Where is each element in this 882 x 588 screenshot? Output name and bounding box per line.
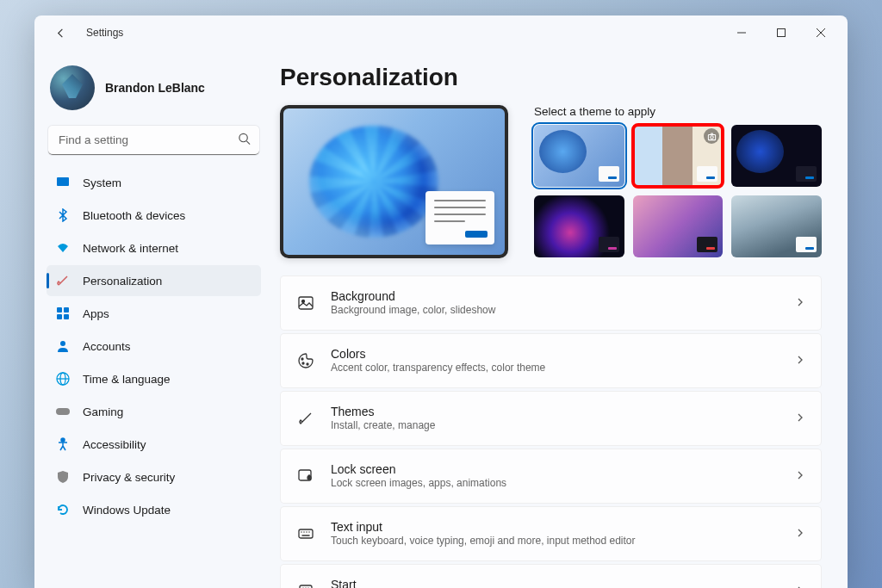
main-content: Personalization Select a theme to apply … xyxy=(271,50,848,588)
close-icon xyxy=(817,28,825,37)
row-text: Start Recent apps and items, folders xyxy=(331,577,795,588)
row-sub: Accent color, transparency effects, colo… xyxy=(331,362,795,375)
sidebar: Brandon LeBlanc System Bluetooth & devic… xyxy=(34,50,271,588)
sidebar-item-label: Network & internet xyxy=(83,242,178,255)
minimize-button[interactable] xyxy=(722,19,761,46)
svg-rect-17 xyxy=(299,297,313,309)
nav-list: System Bluetooth & devices Network & int… xyxy=(47,167,261,527)
maximize-button[interactable] xyxy=(761,19,801,46)
svg-point-16 xyxy=(711,135,713,138)
row-text: Text input Touch keyboard, voice typing,… xyxy=(331,519,795,548)
camera-icon xyxy=(704,128,719,144)
svg-rect-5 xyxy=(57,307,62,313)
sidebar-item-bluetooth[interactable]: Bluetooth & devices xyxy=(47,200,261,231)
row-sub: Background image, color, slideshow xyxy=(331,304,795,318)
chevron-right-icon xyxy=(795,526,805,542)
chevron-right-icon xyxy=(795,411,805,426)
hero-row: Select a theme to apply Windows Spotligh… xyxy=(280,105,822,258)
window-title: Settings xyxy=(86,27,123,39)
settings-list: Background Background image, color, slid… xyxy=(280,275,822,588)
theme-thumb-2[interactable] xyxy=(731,125,822,187)
gamepad-icon xyxy=(55,404,71,419)
svg-rect-24 xyxy=(308,477,310,479)
setting-row-textinput[interactable]: Text input Touch keyboard, voice typing,… xyxy=(280,506,822,561)
theme-thumb-0[interactable] xyxy=(534,125,624,187)
svg-rect-1 xyxy=(778,29,786,37)
theme-grid: Windows Spotlight, rotating background i… xyxy=(534,125,822,257)
sidebar-item-label: Windows Update xyxy=(83,504,171,517)
row-title: Text input xyxy=(331,519,795,535)
svg-rect-13 xyxy=(56,408,70,415)
theme-thumb-3[interactable] xyxy=(534,195,624,257)
wifi-icon xyxy=(55,240,71,256)
bluetooth-icon xyxy=(55,207,71,223)
sidebar-item-update[interactable]: Windows Update xyxy=(47,494,261,525)
desktop-preview xyxy=(280,105,508,258)
row-title: Start xyxy=(331,577,795,588)
sidebar-item-time[interactable]: Time & language xyxy=(47,363,261,394)
avatar xyxy=(50,65,95,110)
shield-icon xyxy=(55,469,71,485)
sidebar-item-gaming[interactable]: Gaming xyxy=(47,396,261,427)
page-title: Personalization xyxy=(280,64,822,91)
theme-thumb-5[interactable] xyxy=(731,195,822,257)
row-title: Colors xyxy=(331,346,795,362)
sidebar-item-label: Bluetooth & devices xyxy=(83,209,185,222)
svg-point-18 xyxy=(302,300,305,303)
window-controls xyxy=(722,19,841,46)
setting-row-start[interactable]: Start Recent apps and items, folders xyxy=(280,564,822,588)
palette-icon xyxy=(296,352,315,369)
svg-rect-25 xyxy=(299,529,313,538)
search-input[interactable] xyxy=(48,126,259,155)
back-button[interactable] xyxy=(48,21,72,45)
row-sub: Lock screen images, apps, animations xyxy=(331,477,795,491)
sidebar-item-system[interactable]: System xyxy=(47,167,261,198)
setting-row-colors[interactable]: Colors Accent color, transparency effect… xyxy=(280,333,822,388)
svg-point-14 xyxy=(61,438,65,442)
setting-row-background[interactable]: Background Background image, color, slid… xyxy=(280,275,822,331)
keyboard-icon xyxy=(296,525,315,542)
sidebar-item-privacy[interactable]: Privacy & security xyxy=(47,461,261,492)
svg-rect-4 xyxy=(57,177,69,186)
profile-block[interactable]: Brandon LeBlanc xyxy=(47,59,261,126)
settings-window: Settings Brandon LeBlanc xyxy=(34,15,848,588)
sidebar-item-network[interactable]: Network & internet xyxy=(47,232,261,263)
sidebar-item-personalization[interactable]: Personalization xyxy=(47,265,261,296)
sidebar-item-label: Personalization xyxy=(83,275,162,288)
theme-thumb-4[interactable] xyxy=(633,195,724,257)
monitor-icon xyxy=(55,175,71,190)
sidebar-item-apps[interactable]: Apps xyxy=(47,298,261,329)
svg-point-21 xyxy=(307,363,308,365)
svg-point-20 xyxy=(302,362,304,364)
sidebar-item-label: Gaming xyxy=(83,405,123,418)
row-title: Lock screen xyxy=(331,461,795,477)
setting-row-themes[interactable]: Themes Install, create, manage xyxy=(280,391,822,446)
row-sub: Touch keyboard, voice typing, emoji and … xyxy=(331,535,795,548)
chevron-right-icon xyxy=(795,468,805,484)
row-title: Background xyxy=(331,288,795,304)
sidebar-item-label: Privacy & security xyxy=(83,471,175,484)
row-text: Themes Install, create, manage xyxy=(331,404,795,433)
svg-rect-8 xyxy=(64,314,69,319)
search-wrap xyxy=(48,126,259,155)
chevron-right-icon xyxy=(795,353,805,368)
setting-row-lockscreen[interactable]: Lock screen Lock screen images, apps, an… xyxy=(280,449,822,504)
lockscreen-icon xyxy=(296,467,315,485)
row-text: Colors Accent color, transparency effect… xyxy=(331,346,795,375)
svg-point-9 xyxy=(60,341,65,346)
search-icon xyxy=(238,133,251,149)
close-button[interactable] xyxy=(801,19,841,46)
sidebar-item-accounts[interactable]: Accounts xyxy=(47,331,261,362)
update-icon xyxy=(55,502,71,517)
sidebar-item-accessibility[interactable]: Accessibility xyxy=(47,429,261,460)
row-title: Themes xyxy=(331,404,795,419)
row-text: Lock screen Lock screen images, apps, an… xyxy=(331,461,795,491)
sidebar-item-label: Apps xyxy=(83,307,109,320)
svg-line-3 xyxy=(246,141,250,145)
sidebar-item-label: System xyxy=(83,176,121,189)
svg-point-2 xyxy=(239,133,247,141)
theme-thumb-spotlight[interactable]: Windows Spotlight, rotating background i… xyxy=(633,125,724,187)
chevron-right-icon xyxy=(795,295,805,311)
themes-column: Select a theme to apply Windows Spotligh… xyxy=(534,105,822,257)
apps-icon xyxy=(55,306,71,321)
